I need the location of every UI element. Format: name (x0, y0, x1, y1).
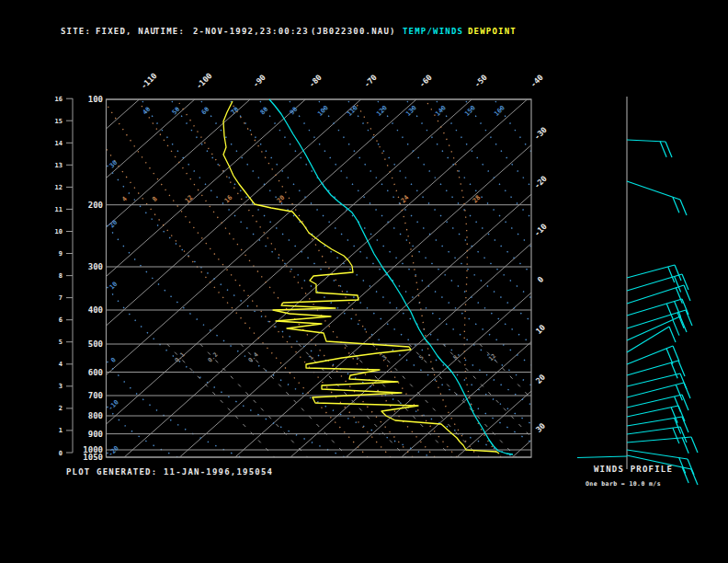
svg-text:100: 100 (88, 95, 103, 104)
mixing-ratio-lines (167, 344, 587, 457)
svg-text:-10: -10 (107, 398, 120, 412)
dewpoint-trace (223, 101, 499, 454)
isotherm-right-labels: -30-20-100102030 (532, 125, 549, 434)
svg-text:12: 12 (184, 194, 195, 205)
skewt-app-screen: SITE: FIXED, NAU TIME: 2-NOV-1992,23:00:… (0, 0, 728, 563)
svg-text:40: 40 (142, 106, 153, 117)
svg-text:20: 20 (534, 373, 547, 385)
winds-profile-title: WINDS PROFILE (594, 465, 673, 474)
svg-text:16: 16 (55, 96, 63, 103)
svg-text:50: 50 (171, 106, 182, 117)
svg-text:15: 15 (55, 118, 63, 125)
svg-text:-40: -40 (529, 73, 545, 89)
svg-text:12: 12 (55, 184, 63, 191)
svg-text:7: 7 (59, 294, 63, 302)
svg-text:10: 10 (534, 323, 547, 336)
svg-text:130: 130 (404, 104, 418, 118)
moist-adiabat-lines (75, 103, 501, 457)
svg-text:700: 700 (88, 391, 103, 400)
svg-text:8: 8 (59, 272, 63, 280)
svg-text:-10: -10 (532, 222, 549, 238)
plot-generated-value: 11-JAN-1996,195054 (164, 467, 273, 477)
skewt-chart: 1002003004005006007008009001000105001234… (0, 0, 728, 563)
svg-text:60: 60 (200, 106, 211, 117)
height-axis: 012345678910111213141516 (55, 96, 73, 457)
svg-text:150: 150 (463, 104, 477, 118)
svg-text:4: 4 (120, 195, 129, 203)
svg-text:70: 70 (230, 106, 241, 117)
temp-trace (269, 99, 513, 454)
svg-text:900: 900 (88, 430, 103, 439)
svg-text:200: 200 (88, 201, 103, 210)
svg-text:20: 20 (276, 194, 287, 205)
svg-text:300: 300 (88, 262, 103, 271)
plot-generated-label: PLOT GENERATED: (66, 467, 157, 477)
svg-text:-20: -20 (107, 444, 120, 458)
svg-text:9: 9 (59, 250, 63, 258)
svg-text:0: 0 (59, 450, 63, 457)
svg-text:11: 11 (55, 206, 63, 213)
svg-text:400: 400 (88, 305, 103, 315)
dry-adiabat-lines (108, 101, 728, 457)
svg-text:-90: -90 (251, 73, 267, 89)
svg-text:80: 80 (259, 106, 270, 117)
svg-text:2: 2 (59, 405, 63, 412)
svg-text:16: 16 (223, 194, 234, 205)
svg-text:100: 100 (316, 104, 330, 118)
svg-text:120: 120 (375, 104, 389, 118)
svg-text:3: 3 (59, 383, 63, 390)
svg-text:-20: -20 (532, 174, 549, 190)
svg-text:1050: 1050 (83, 453, 103, 462)
svg-text:800: 800 (88, 411, 103, 420)
svg-text:-100: -100 (194, 71, 214, 91)
svg-text:14: 14 (55, 140, 63, 147)
svg-text:6: 6 (59, 316, 63, 324)
svg-text:-30: -30 (532, 125, 549, 142)
svg-text:13: 13 (55, 162, 63, 169)
isotherm-top-labels: -110-100-90-80-70-60-50-40 (139, 71, 545, 91)
winds-profile-subtitle: One barb = 10.0 m/s (586, 480, 661, 488)
svg-text:-110: -110 (139, 71, 159, 91)
svg-text:10: 10 (108, 281, 119, 292)
svg-text:24: 24 (400, 194, 411, 205)
winds-profile (577, 97, 698, 485)
svg-text:160: 160 (493, 104, 506, 118)
svg-text:10: 10 (55, 228, 63, 236)
svg-text:90: 90 (289, 106, 300, 117)
svg-text:0: 0 (109, 356, 118, 364)
svg-text:0: 0 (536, 275, 546, 285)
svg-text:-80: -80 (307, 73, 324, 89)
svg-text:-60: -60 (417, 73, 434, 89)
mixing-ratio-labels: 0.10.20.41235812 (174, 351, 498, 364)
svg-text:1: 1 (59, 427, 63, 434)
svg-text:-70: -70 (362, 73, 379, 89)
svg-text:20: 20 (108, 219, 119, 230)
svg-text:30: 30 (534, 421, 547, 434)
svg-text:8: 8 (151, 195, 159, 203)
svg-text:4: 4 (59, 361, 63, 368)
svg-text:140: 140 (434, 104, 448, 118)
svg-text:500: 500 (88, 339, 103, 349)
svg-text:28: 28 (472, 194, 483, 205)
svg-text:5: 5 (59, 339, 63, 346)
pressure-labels: 10020030040050060070080090010001050 (83, 95, 103, 462)
svg-text:600: 600 (88, 368, 103, 377)
svg-text:-50: -50 (472, 73, 489, 89)
moist-adiabat-labels: 481216202428 (120, 194, 482, 205)
